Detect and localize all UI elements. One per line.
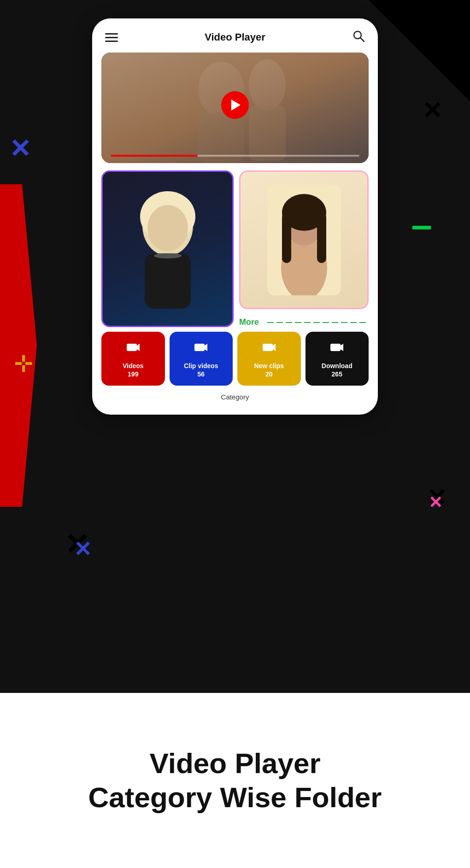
svg-marker-23: [273, 344, 276, 351]
category-download-label: Download265: [322, 362, 352, 378]
svg-marker-21: [205, 344, 207, 351]
app-header: Video Player: [92, 18, 378, 53]
bottom-title-line1: Video Player Category Wise Folder: [88, 746, 382, 815]
plus-left: ⊹: [14, 350, 32, 376]
play-button[interactable]: [221, 91, 249, 119]
svg-point-11: [154, 253, 182, 258]
more-label[interactable]: More: [239, 317, 259, 327]
progress-fill: [111, 155, 198, 157]
search-button[interactable]: [352, 29, 365, 45]
svg-rect-17: [317, 212, 326, 263]
category-newclips-label: New clips20: [254, 362, 284, 378]
bottom-text-area: Video Player Category Wise Folder: [0, 693, 470, 868]
phone-mockup: Video Player: [92, 18, 378, 415]
svg-point-9: [147, 205, 188, 251]
asterisk-top-right: ✕: [422, 97, 442, 124]
svg-rect-22: [263, 344, 273, 351]
svg-point-5: [249, 59, 286, 110]
svg-rect-18: [127, 344, 137, 351]
svg-rect-20: [194, 344, 205, 351]
bottom-line1: Video Player: [149, 747, 320, 779]
more-dash: [267, 322, 369, 323]
camera-icon-clip: [194, 340, 208, 358]
category-footer-label: Category: [92, 393, 378, 401]
bg-triangle-top-right: [369, 0, 470, 101]
hamburger-line1: [105, 33, 118, 35]
category-row: Videos199 Clip videos56 New clips20: [101, 332, 369, 386]
category-videos[interactable]: Videos199: [101, 332, 165, 386]
camera-icon-videos: [126, 340, 141, 358]
camera-icon-download: [329, 340, 344, 358]
gallery-row: More: [101, 170, 369, 327]
green-bar-accent: [412, 226, 431, 229]
svg-marker-19: [137, 344, 140, 351]
svg-rect-16: [282, 212, 291, 263]
category-clip-label: Clip videos56: [184, 362, 218, 378]
camera-icon-newclips: [262, 340, 276, 358]
bottom-line2: Category Wise Folder: [88, 781, 382, 813]
asterisk-blue-bottom: ✕: [74, 537, 92, 562]
play-triangle-icon: [231, 100, 241, 111]
video-player-thumb[interactable]: [101, 53, 369, 163]
asterisk-blue-left: ✕: [9, 134, 31, 164]
gallery-card-left[interactable]: [101, 170, 234, 327]
category-download[interactable]: Download265: [306, 332, 369, 386]
category-new-clips[interactable]: New clips20: [237, 332, 301, 386]
bg-red-accent: [0, 184, 37, 507]
svg-rect-24: [330, 344, 341, 351]
hamburger-line2: [105, 37, 118, 38]
menu-button[interactable]: [105, 33, 118, 42]
svg-marker-25: [341, 344, 343, 351]
svg-rect-6: [249, 106, 286, 161]
asterisk-pink-right: ✕: [429, 493, 442, 512]
svg-line-1: [360, 38, 364, 41]
gallery-card-right[interactable]: [239, 170, 369, 309]
more-row: More: [239, 315, 369, 327]
hamburger-line3: [105, 41, 118, 42]
category-videos-label: Videos199: [123, 362, 144, 378]
svg-rect-10: [145, 253, 191, 309]
app-title: Video Player: [205, 31, 265, 43]
video-progress-bar[interactable]: [111, 155, 359, 157]
category-clip-videos[interactable]: Clip videos56: [170, 332, 233, 386]
